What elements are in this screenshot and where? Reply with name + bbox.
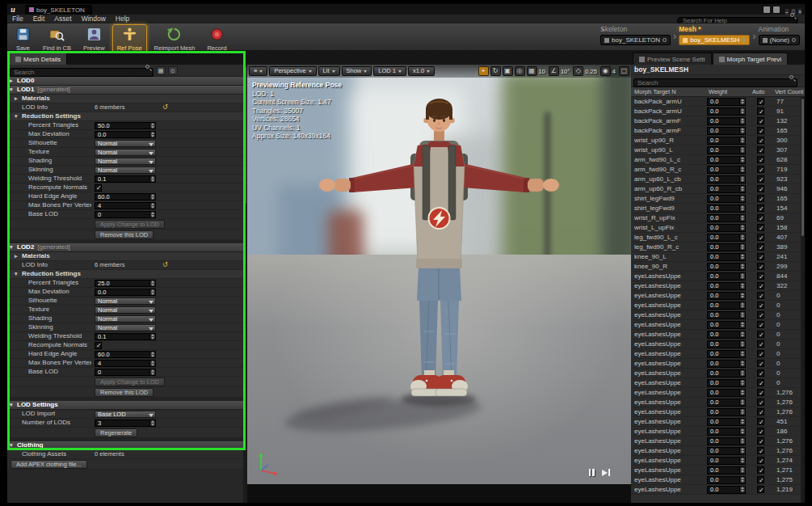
record-button[interactable]: Record — [202, 24, 231, 53]
scrollbar-thumb[interactable] — [244, 66, 246, 204]
morph-auto-checkbox[interactable] — [757, 166, 764, 173]
spin-arrows-icon[interactable] — [149, 194, 155, 200]
morph-auto-checkbox[interactable] — [757, 301, 764, 309]
details-visibility-filter-icon[interactable]: ⊙ — [168, 66, 178, 75]
property-dropdown[interactable]: Normal — [95, 306, 156, 314]
morph-auto-checkbox[interactable] — [757, 389, 764, 396]
spin-arrows-icon[interactable] — [149, 280, 155, 286]
property-spinbox[interactable]: 60.0 — [95, 193, 156, 200]
morph-weight-spinbox[interactable]: 0.0 — [707, 205, 746, 213]
maximize-viewport-icon[interactable]: ▢ — [619, 66, 629, 76]
morph-weight-spinbox[interactable]: 0.0 — [707, 175, 746, 183]
morph-weight-spinbox[interactable]: 0.0 — [707, 292, 746, 300]
expander-icon[interactable]: ▾ — [10, 441, 13, 449]
scale-tool-icon[interactable]: ▣ — [503, 66, 513, 76]
morph-weight-spinbox[interactable]: 0.0 — [707, 301, 746, 310]
spin-arrows-icon[interactable] — [739, 205, 745, 211]
spin-arrows-icon[interactable] — [739, 428, 745, 434]
add-apex-clothing-file-button[interactable]: Add APEX clothing file... — [11, 460, 87, 469]
details-view-options-icon[interactable]: ▦ — [156, 66, 166, 75]
spin-arrows-icon[interactable] — [739, 361, 745, 366]
expander-icon[interactable]: ▾ — [15, 270, 18, 278]
morph-weight-spinbox[interactable]: 0.0 — [707, 108, 746, 116]
subcategory-reduction-settings[interactable]: ▾Reduction Settings — [7, 112, 247, 121]
subcategory-materials[interactable]: ▸Materials — [7, 252, 247, 261]
morph-weight-spinbox[interactable]: 0.0 — [707, 340, 746, 348]
morph-search-input[interactable] — [633, 78, 797, 87]
morph-auto-checkbox[interactable] — [757, 243, 764, 251]
rotate-tool-icon[interactable]: ↻ — [490, 66, 501, 76]
find-in-cb-button[interactable]: Find in CB — [38, 24, 76, 53]
morph-auto-checkbox[interactable] — [757, 282, 764, 289]
morph-weight-spinbox[interactable]: 0.0 — [707, 389, 746, 397]
column-morph-target-name[interactable]: Morph Target N — [634, 87, 704, 96]
camera-speed-icon[interactable]: ◉ — [600, 66, 611, 76]
morph-weight-spinbox[interactable]: 0.0 — [707, 146, 746, 154]
spin-arrows-icon[interactable] — [739, 157, 745, 162]
morph-weight-spinbox[interactable]: 0.0 — [707, 98, 746, 106]
expander-icon[interactable]: ▸ — [10, 77, 13, 85]
breadcrumb-mode-label[interactable]: Animation — [759, 25, 789, 33]
morph-weight-spinbox[interactable]: 0.0 — [707, 253, 746, 261]
property-dropdown[interactable]: Base LOD — [95, 411, 156, 418]
grid-snap-toggle-icon[interactable]: ▦ — [527, 66, 537, 76]
spin-arrows-icon[interactable] — [739, 167, 745, 172]
morph-weight-spinbox[interactable]: 0.0 — [707, 156, 746, 164]
morph-auto-checkbox[interactable] — [757, 117, 764, 124]
tab-preview-scene-settings[interactable]: Preview Scene Setti — [633, 53, 712, 65]
browse-to-asset-icon[interactable] — [663, 38, 667, 42]
morph-weight-spinbox[interactable]: 0.0 — [707, 234, 746, 242]
morph-weight-spinbox[interactable]: 0.0 — [707, 282, 746, 290]
column-auto[interactable]: Auto — [752, 87, 772, 96]
lod-menu[interactable]: LOD 1 — [373, 66, 406, 76]
category-clothing[interactable]: ▾Clothing — [7, 441, 247, 450]
ref-pose-button[interactable]: Ref Pose — [112, 24, 147, 53]
morph-auto-checkbox[interactable] — [757, 272, 764, 280]
view-mode-menu[interactable]: Lit — [318, 66, 340, 76]
morph-auto-checkbox[interactable] — [757, 175, 764, 183]
spin-arrows-icon[interactable] — [739, 302, 745, 308]
morph-weight-spinbox[interactable]: 0.0 — [707, 428, 746, 436]
reset-to-default-icon[interactable]: ↺ — [162, 103, 168, 112]
spin-arrows-icon[interactable] — [739, 351, 745, 356]
category-lod0[interactable]: ▸LOD0 — [7, 77, 247, 86]
spin-arrows-icon[interactable] — [739, 293, 745, 298]
spin-arrows-icon[interactable] — [149, 212, 155, 217]
spin-arrows-icon[interactable] — [739, 448, 745, 453]
browse-to-asset-icon[interactable] — [792, 38, 796, 42]
morph-auto-checkbox[interactable] — [757, 369, 764, 377]
morph-weight-spinbox[interactable]: 0.0 — [707, 195, 746, 203]
morph-weight-spinbox[interactable]: 0.0 — [707, 272, 746, 280]
morph-auto-checkbox[interactable] — [757, 137, 764, 144]
morph-auto-checkbox[interactable] — [757, 350, 764, 357]
remove-this-lod-button[interactable]: Remove this LOD — [95, 230, 154, 239]
spin-arrows-icon[interactable] — [149, 369, 155, 375]
morph-weight-spinbox[interactable]: 0.0 — [707, 243, 746, 251]
morph-auto-checkbox[interactable] — [757, 108, 764, 115]
tab-morph-target-preview[interactable]: Morph Target Previ — [713, 53, 788, 65]
category-lod2[interactable]: ▾LOD2[generated] — [7, 243, 247, 252]
morph-weight-spinbox[interactable]: 0.0 — [707, 166, 746, 174]
menu-help[interactable]: Help — [111, 15, 134, 23]
property-spinbox[interactable]: 0.0 — [95, 131, 156, 138]
morph-auto-checkbox[interactable] — [757, 340, 764, 348]
morph-auto-checkbox[interactable] — [757, 437, 764, 445]
morph-weight-spinbox[interactable]: 0.0 — [707, 214, 746, 222]
spin-arrows-icon[interactable] — [739, 234, 745, 240]
pause-button[interactable] — [588, 465, 595, 479]
expander-icon[interactable]: ▾ — [10, 401, 13, 409]
morph-auto-checkbox[interactable] — [757, 127, 764, 134]
spin-arrows-icon[interactable] — [739, 467, 745, 473]
spin-arrows-icon[interactable] — [739, 147, 745, 153]
morph-auto-checkbox[interactable] — [757, 418, 764, 425]
property-checkbox[interactable] — [95, 342, 102, 349]
spin-arrows-icon[interactable] — [739, 283, 745, 289]
property-spinbox[interactable]: 0.0 — [95, 289, 156, 296]
property-dropdown[interactable]: Normal — [95, 297, 156, 305]
menu-file[interactable]: File — [7, 15, 28, 23]
spin-arrows-icon[interactable] — [739, 108, 745, 114]
spin-arrows-icon[interactable] — [739, 244, 745, 250]
spin-arrows-icon[interactable] — [149, 289, 155, 295]
expander-icon[interactable]: ▾ — [10, 243, 13, 251]
morph-auto-checkbox[interactable] — [757, 195, 764, 202]
